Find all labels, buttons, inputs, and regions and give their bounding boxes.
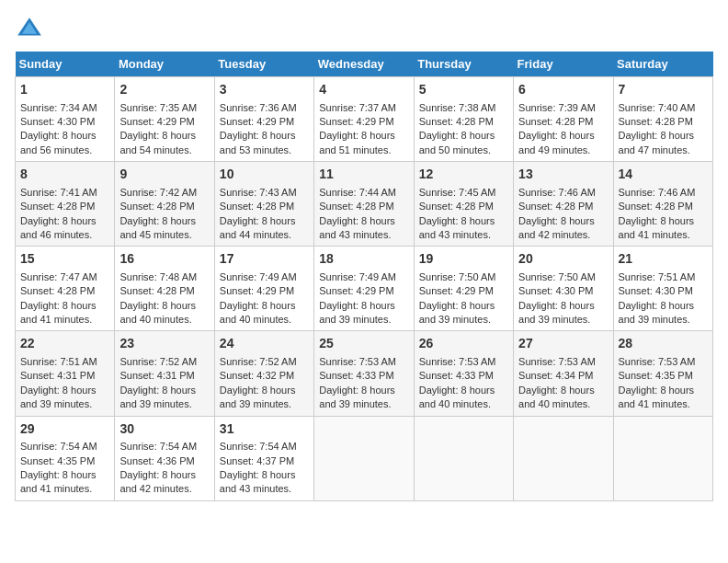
- sunset-label: Sunset: 4:36 PM: [119, 455, 194, 466]
- daylight-label: Daylight: 8 hours and 45 minutes.: [119, 215, 196, 240]
- day-number: 24: [220, 335, 309, 353]
- day-number: 25: [319, 335, 408, 353]
- daylight-label: Daylight: 8 hours and 40 minutes.: [419, 385, 495, 409]
- sunset-label: Sunset: 4:29 PM: [119, 116, 194, 127]
- sunrise-label: Sunrise: 7:54 AM: [119, 441, 197, 452]
- sunset-label: Sunset: 4:28 PM: [419, 116, 494, 127]
- sunrise-label: Sunrise: 7:49 AM: [220, 271, 297, 282]
- day-of-week-header: Saturday: [613, 52, 712, 77]
- sunset-label: Sunset: 4:28 PM: [518, 201, 593, 212]
- calendar-cell: [414, 416, 513, 500]
- daylight-label: Daylight: 8 hours and 46 minutes.: [20, 215, 97, 240]
- daylight-label: Daylight: 8 hours and 39 minutes.: [619, 300, 695, 325]
- sunset-label: Sunset: 4:35 PM: [20, 455, 95, 466]
- sunrise-label: Sunrise: 7:53 AM: [619, 356, 696, 367]
- calendar-cell: 3 Sunrise: 7:36 AM Sunset: 4:29 PM Dayli…: [214, 77, 313, 162]
- sunrise-label: Sunrise: 7:40 AM: [619, 102, 696, 113]
- daylight-label: Daylight: 8 hours and 40 minutes.: [119, 300, 196, 325]
- daylight-label: Daylight: 8 hours and 39 minutes.: [518, 300, 595, 325]
- sunrise-label: Sunrise: 7:51 AM: [619, 271, 696, 282]
- sunrise-label: Sunrise: 7:45 AM: [419, 187, 496, 198]
- day-number: 29: [20, 420, 109, 439]
- day-number: 23: [119, 335, 209, 353]
- calendar-cell: 31 Sunrise: 7:54 AM Sunset: 4:37 PM Dayl…: [214, 416, 313, 500]
- calendar-header-row: SundayMondayTuesdayWednesdayThursdayFrid…: [16, 52, 713, 77]
- calendar-cell: 26 Sunrise: 7:53 AM Sunset: 4:33 PM Dayl…: [414, 331, 513, 416]
- day-number: 13: [518, 166, 608, 184]
- sunset-label: Sunset: 4:30 PM: [619, 285, 693, 296]
- day-number: 19: [419, 250, 508, 269]
- sunrise-label: Sunrise: 7:54 AM: [220, 441, 297, 452]
- sunset-label: Sunset: 4:33 PM: [319, 370, 393, 381]
- calendar-cell: 17 Sunrise: 7:49 AM Sunset: 4:29 PM Dayl…: [214, 247, 313, 331]
- calendar-cell: 13 Sunrise: 7:46 AM Sunset: 4:28 PM Dayl…: [514, 162, 613, 247]
- day-of-week-header: Wednesday: [314, 52, 414, 77]
- daylight-label: Daylight: 8 hours and 39 minutes.: [419, 300, 495, 325]
- sunset-label: Sunset: 4:29 PM: [319, 116, 393, 127]
- sunrise-label: Sunrise: 7:51 AM: [20, 356, 97, 367]
- daylight-label: Daylight: 8 hours and 43 minutes.: [319, 215, 395, 240]
- daylight-label: Daylight: 8 hours and 53 minutes.: [220, 130, 296, 155]
- daylight-label: Daylight: 8 hours and 47 minutes.: [619, 130, 695, 155]
- calendar-cell: 25 Sunrise: 7:53 AM Sunset: 4:33 PM Dayl…: [314, 331, 414, 416]
- sunset-label: Sunset: 4:32 PM: [220, 370, 294, 381]
- day-number: 18: [319, 250, 408, 269]
- sunrise-label: Sunrise: 7:41 AM: [20, 187, 97, 198]
- sunset-label: Sunset: 4:29 PM: [319, 285, 393, 296]
- daylight-label: Daylight: 8 hours and 39 minutes.: [319, 300, 395, 325]
- daylight-label: Daylight: 8 hours and 41 minutes.: [20, 300, 97, 325]
- daylight-label: Daylight: 8 hours and 40 minutes.: [518, 385, 595, 409]
- day-of-week-header: Thursday: [414, 52, 513, 77]
- sunrise-label: Sunrise: 7:54 AM: [20, 441, 97, 452]
- sunrise-label: Sunrise: 7:53 AM: [419, 356, 496, 367]
- daylight-label: Daylight: 8 hours and 39 minutes.: [20, 385, 97, 409]
- calendar-cell: [613, 416, 712, 500]
- sunrise-label: Sunrise: 7:50 AM: [518, 271, 596, 282]
- daylight-label: Daylight: 8 hours and 51 minutes.: [319, 130, 395, 155]
- sunset-label: Sunset: 4:37 PM: [220, 455, 294, 466]
- sunrise-label: Sunrise: 7:52 AM: [119, 356, 197, 367]
- sunrise-label: Sunrise: 7:53 AM: [518, 356, 596, 367]
- sunset-label: Sunset: 4:28 PM: [220, 201, 294, 212]
- logo-icon: [15, 15, 44, 44]
- calendar-cell: 2 Sunrise: 7:35 AM Sunset: 4:29 PM Dayli…: [115, 77, 214, 162]
- calendar-cell: 9 Sunrise: 7:42 AM Sunset: 4:28 PM Dayli…: [115, 162, 214, 247]
- calendar-cell: 22 Sunrise: 7:51 AM Sunset: 4:31 PM Dayl…: [16, 331, 115, 416]
- day-of-week-header: Tuesday: [214, 52, 313, 77]
- day-number: 16: [119, 250, 209, 269]
- calendar-week-row: 1 Sunrise: 7:34 AM Sunset: 4:30 PM Dayli…: [16, 77, 713, 162]
- day-number: 22: [20, 335, 109, 353]
- calendar-cell: 11 Sunrise: 7:44 AM Sunset: 4:28 PM Dayl…: [314, 162, 414, 247]
- day-number: 30: [119, 420, 209, 439]
- day-number: 17: [220, 250, 309, 269]
- calendar-week-row: 15 Sunrise: 7:47 AM Sunset: 4:28 PM Dayl…: [16, 247, 713, 331]
- day-number: 5: [419, 81, 508, 99]
- daylight-label: Daylight: 8 hours and 44 minutes.: [220, 215, 296, 240]
- sunset-label: Sunset: 4:29 PM: [419, 285, 494, 296]
- day-number: 27: [518, 335, 608, 353]
- day-number: 26: [419, 335, 508, 353]
- sunset-label: Sunset: 4:34 PM: [518, 370, 593, 381]
- sunrise-label: Sunrise: 7:44 AM: [319, 187, 396, 198]
- day-number: 10: [220, 166, 309, 184]
- calendar-cell: 6 Sunrise: 7:39 AM Sunset: 4:28 PM Dayli…: [514, 77, 613, 162]
- sunset-label: Sunset: 4:35 PM: [619, 370, 693, 381]
- calendar-week-row: 22 Sunrise: 7:51 AM Sunset: 4:31 PM Dayl…: [16, 331, 713, 416]
- calendar-cell: 7 Sunrise: 7:40 AM Sunset: 4:28 PM Dayli…: [613, 77, 712, 162]
- daylight-label: Daylight: 8 hours and 39 minutes.: [119, 385, 196, 409]
- day-number: 14: [619, 166, 708, 184]
- sunset-label: Sunset: 4:28 PM: [319, 201, 393, 212]
- sunset-label: Sunset: 4:28 PM: [518, 116, 593, 127]
- day-number: 4: [319, 81, 408, 99]
- daylight-label: Daylight: 8 hours and 43 minutes.: [419, 215, 495, 240]
- calendar-cell: [314, 416, 414, 500]
- daylight-label: Daylight: 8 hours and 39 minutes.: [319, 385, 395, 409]
- daylight-label: Daylight: 8 hours and 41 minutes.: [619, 385, 695, 409]
- calendar-cell: 20 Sunrise: 7:50 AM Sunset: 4:30 PM Dayl…: [514, 247, 613, 331]
- calendar-cell: 21 Sunrise: 7:51 AM Sunset: 4:30 PM Dayl…: [613, 247, 712, 331]
- day-number: 15: [20, 250, 109, 269]
- sunrise-label: Sunrise: 7:48 AM: [119, 271, 197, 282]
- calendar-table: SundayMondayTuesdayWednesdayThursdayFrid…: [15, 52, 713, 501]
- page-header: [15, 15, 713, 44]
- sunrise-label: Sunrise: 7:49 AM: [319, 271, 396, 282]
